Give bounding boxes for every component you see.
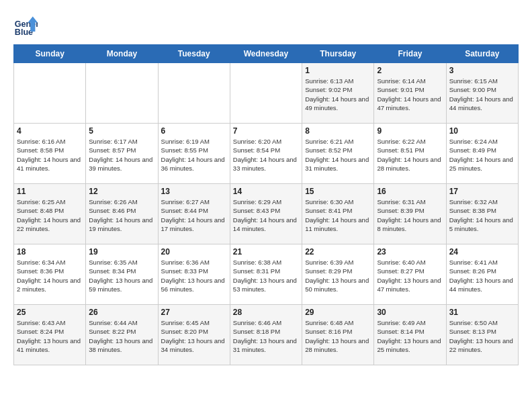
day-info: Sunrise: 6:20 AM Sunset: 8:54 PM Dayligh… — [233, 137, 299, 173]
day-number: 6 — [161, 126, 227, 136]
day-number: 28 — [233, 308, 299, 317]
day-info: Sunrise: 6:21 AM Sunset: 8:52 PM Dayligh… — [305, 137, 371, 173]
day-number: 10 — [449, 126, 515, 136]
day-info: Sunrise: 6:43 AM Sunset: 8:24 PM Dayligh… — [17, 318, 83, 354]
day-header-wednesday: Wednesday — [230, 45, 302, 63]
day-info: Sunrise: 6:16 AM Sunset: 8:58 PM Dayligh… — [17, 137, 83, 173]
logo-icon: General Blue — [13, 13, 38, 38]
calendar-cell: 8Sunrise: 6:21 AM Sunset: 8:52 PM Daylig… — [302, 124, 374, 184]
day-number: 14 — [233, 187, 299, 196]
day-number: 21 — [233, 247, 299, 257]
calendar-cell: 10Sunrise: 6:24 AM Sunset: 8:49 PM Dayli… — [446, 124, 518, 184]
page-header: General Blue — [13, 13, 519, 38]
day-info: Sunrise: 6:29 AM Sunset: 8:43 PM Dayligh… — [233, 197, 299, 233]
calendar-cell: 18Sunrise: 6:34 AM Sunset: 8:36 PM Dayli… — [14, 244, 86, 305]
calendar-cell: 11Sunrise: 6:25 AM Sunset: 8:48 PM Dayli… — [14, 184, 86, 244]
day-number: 3 — [449, 66, 515, 75]
day-info: Sunrise: 6:31 AM Sunset: 8:39 PM Dayligh… — [377, 197, 443, 233]
calendar-cell: 21Sunrise: 6:38 AM Sunset: 8:31 PM Dayli… — [230, 244, 302, 305]
calendar-cell: 4Sunrise: 6:16 AM Sunset: 8:58 PM Daylig… — [14, 124, 86, 184]
calendar-cell: 15Sunrise: 6:30 AM Sunset: 8:41 PM Dayli… — [302, 184, 374, 244]
day-info: Sunrise: 6:39 AM Sunset: 8:29 PM Dayligh… — [305, 258, 371, 293]
day-info: Sunrise: 6:26 AM Sunset: 8:46 PM Dayligh… — [89, 197, 154, 233]
day-info: Sunrise: 6:19 AM Sunset: 8:55 PM Dayligh… — [161, 137, 227, 173]
svg-text:Blue: Blue — [15, 28, 33, 37]
calendar-cell: 30Sunrise: 6:49 AM Sunset: 8:14 PM Dayli… — [374, 305, 446, 365]
day-number: 13 — [161, 187, 227, 196]
day-number: 22 — [305, 247, 371, 257]
calendar-cell: 9Sunrise: 6:22 AM Sunset: 8:51 PM Daylig… — [374, 124, 446, 184]
day-info: Sunrise: 6:35 AM Sunset: 8:34 PM Dayligh… — [89, 258, 154, 293]
day-number: 11 — [17, 187, 83, 196]
day-number: 8 — [305, 126, 371, 136]
calendar-cell: 19Sunrise: 6:35 AM Sunset: 8:34 PM Dayli… — [86, 244, 158, 305]
day-number: 19 — [89, 247, 154, 257]
calendar-cell: 29Sunrise: 6:48 AM Sunset: 8:16 PM Dayli… — [302, 305, 374, 365]
day-info: Sunrise: 6:25 AM Sunset: 8:48 PM Dayligh… — [17, 197, 83, 233]
day-info: Sunrise: 6:14 AM Sunset: 9:01 PM Dayligh… — [377, 77, 443, 112]
day-info: Sunrise: 6:48 AM Sunset: 8:16 PM Dayligh… — [305, 318, 371, 354]
calendar-cell: 28Sunrise: 6:46 AM Sunset: 8:18 PM Dayli… — [230, 305, 302, 365]
day-header-friday: Friday — [374, 45, 446, 63]
day-number: 25 — [17, 308, 83, 317]
day-number: 1 — [305, 66, 371, 75]
day-info: Sunrise: 6:44 AM Sunset: 8:22 PM Dayligh… — [89, 318, 154, 354]
day-number: 5 — [89, 126, 154, 136]
day-info: Sunrise: 6:38 AM Sunset: 8:31 PM Dayligh… — [233, 258, 299, 293]
day-number: 17 — [449, 187, 515, 196]
day-header-thursday: Thursday — [302, 45, 374, 63]
day-info: Sunrise: 6:13 AM Sunset: 9:02 PM Dayligh… — [305, 77, 371, 112]
day-info: Sunrise: 6:40 AM Sunset: 8:27 PM Dayligh… — [377, 258, 443, 293]
calendar-cell — [230, 63, 302, 124]
calendar-cell: 20Sunrise: 6:36 AM Sunset: 8:33 PM Dayli… — [158, 244, 230, 305]
day-number: 20 — [161, 247, 227, 257]
day-number: 27 — [161, 308, 227, 317]
day-number: 15 — [305, 187, 371, 196]
day-number: 30 — [377, 308, 443, 317]
day-number: 7 — [233, 126, 299, 136]
calendar-cell: 17Sunrise: 6:32 AM Sunset: 8:38 PM Dayli… — [446, 184, 518, 244]
calendar-cell: 14Sunrise: 6:29 AM Sunset: 8:43 PM Dayli… — [230, 184, 302, 244]
day-info: Sunrise: 6:36 AM Sunset: 8:33 PM Dayligh… — [161, 258, 227, 293]
calendar-cell: 25Sunrise: 6:43 AM Sunset: 8:24 PM Dayli… — [14, 305, 86, 365]
calendar-cell: 5Sunrise: 6:17 AM Sunset: 8:57 PM Daylig… — [86, 124, 158, 184]
day-header-saturday: Saturday — [446, 45, 518, 63]
calendar-cell: 13Sunrise: 6:27 AM Sunset: 8:44 PM Dayli… — [158, 184, 230, 244]
calendar-cell: 23Sunrise: 6:40 AM Sunset: 8:27 PM Dayli… — [374, 244, 446, 305]
day-number: 29 — [305, 308, 371, 317]
day-info: Sunrise: 6:41 AM Sunset: 8:26 PM Dayligh… — [449, 258, 515, 293]
calendar-cell: 7Sunrise: 6:20 AM Sunset: 8:54 PM Daylig… — [230, 124, 302, 184]
day-number: 18 — [17, 247, 83, 257]
calendar-cell: 12Sunrise: 6:26 AM Sunset: 8:46 PM Dayli… — [86, 184, 158, 244]
day-header-tuesday: Tuesday — [158, 45, 230, 63]
day-number: 23 — [377, 247, 443, 257]
day-info: Sunrise: 6:17 AM Sunset: 8:57 PM Dayligh… — [89, 137, 154, 173]
calendar-cell: 1Sunrise: 6:13 AM Sunset: 9:02 PM Daylig… — [302, 63, 374, 124]
day-info: Sunrise: 6:24 AM Sunset: 8:49 PM Dayligh… — [449, 137, 515, 173]
day-info: Sunrise: 6:34 AM Sunset: 8:36 PM Dayligh… — [17, 258, 83, 293]
day-header-monday: Monday — [86, 45, 158, 63]
logo: General Blue — [13, 13, 40, 38]
calendar-cell: 24Sunrise: 6:41 AM Sunset: 8:26 PM Dayli… — [446, 244, 518, 305]
day-number: 31 — [449, 308, 515, 317]
calendar-cell — [14, 63, 86, 124]
day-number: 12 — [89, 187, 154, 196]
calendar-cell: 3Sunrise: 6:15 AM Sunset: 9:00 PM Daylig… — [446, 63, 518, 124]
day-number: 26 — [89, 308, 154, 317]
calendar-table: SundayMondayTuesdayWednesdayThursdayFrid… — [13, 44, 519, 365]
day-info: Sunrise: 6:32 AM Sunset: 8:38 PM Dayligh… — [449, 197, 515, 233]
day-info: Sunrise: 6:15 AM Sunset: 9:00 PM Dayligh… — [449, 77, 515, 112]
calendar-cell: 26Sunrise: 6:44 AM Sunset: 8:22 PM Dayli… — [86, 305, 158, 365]
day-number: 9 — [377, 126, 443, 136]
calendar-cell: 2Sunrise: 6:14 AM Sunset: 9:01 PM Daylig… — [374, 63, 446, 124]
calendar-cell: 31Sunrise: 6:50 AM Sunset: 8:13 PM Dayli… — [446, 305, 518, 365]
day-info: Sunrise: 6:50 AM Sunset: 8:13 PM Dayligh… — [449, 318, 515, 354]
day-number: 16 — [377, 187, 443, 196]
day-header-sunday: Sunday — [14, 45, 86, 63]
day-info: Sunrise: 6:49 AM Sunset: 8:14 PM Dayligh… — [377, 318, 443, 354]
day-info: Sunrise: 6:46 AM Sunset: 8:18 PM Dayligh… — [233, 318, 299, 354]
calendar-header: SundayMondayTuesdayWednesdayThursdayFrid… — [14, 45, 519, 63]
day-info: Sunrise: 6:30 AM Sunset: 8:41 PM Dayligh… — [305, 197, 371, 233]
day-number: 4 — [17, 126, 83, 136]
day-number: 2 — [377, 66, 443, 75]
